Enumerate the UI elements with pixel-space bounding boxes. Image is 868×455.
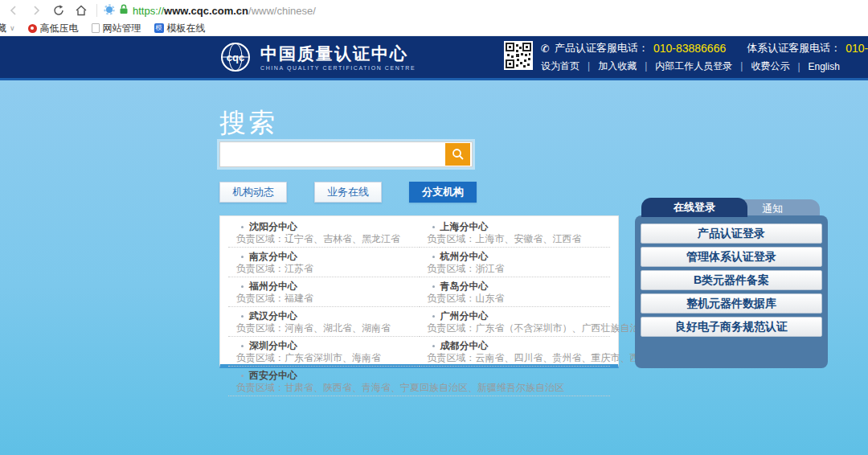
home-icon[interactable] bbox=[72, 3, 90, 18]
branch-name[interactable]: 沈阳分中心 bbox=[228, 221, 420, 232]
product-phone-label: 产品认证客服电话： bbox=[555, 41, 649, 55]
branch-name[interactable]: 上海分中心 bbox=[420, 221, 611, 232]
search-input[interactable] bbox=[220, 142, 445, 166]
branch-name[interactable]: 成都分中心 bbox=[420, 340, 611, 351]
management-system-login-button[interactable]: 管理体系认证登录 bbox=[641, 247, 822, 267]
bookmarks-bar: 收藏 ∨ 高低压电 网站管理 模 模板在线 bbox=[0, 21, 868, 36]
branch-region: 负责区域：河南省、湖北省、湖南省 bbox=[228, 322, 420, 334]
url-domain: www.cqc.com.cn bbox=[164, 5, 248, 17]
bookmark-label: 网站管理 bbox=[103, 22, 141, 35]
branch-column-right: 上海分中心 负责区域：上海市、安徽省、江西省 杭州分中心 负责区域：浙江省 青岛… bbox=[420, 218, 611, 367]
toolbar-divider bbox=[96, 4, 97, 17]
bookmark-site-admin[interactable]: 网站管理 bbox=[92, 22, 141, 35]
search-icon bbox=[452, 148, 465, 161]
branch-region: 负责区域：辽宁省、吉林省、黑龙江省 bbox=[228, 233, 420, 244]
system-phone-number: 010-83886608 bbox=[845, 42, 868, 55]
branch-region: 负责区域：甘肃省、陕西省、青海省、宁夏回族自治区、新疆维吾尔族自治区 bbox=[228, 382, 610, 393]
link-staff-login[interactable]: 内部工作人员登录 bbox=[637, 59, 732, 73]
bookmark-gaodiyadian[interactable]: 高低压电 bbox=[28, 22, 79, 35]
bookmark-label: 模板在线 bbox=[167, 22, 206, 35]
site-extension-icon[interactable] bbox=[104, 4, 115, 18]
branch-region: 负责区域：上海市、安徽省、江西省 bbox=[420, 233, 611, 244]
branch-region: 负责区域：江苏省 bbox=[228, 263, 420, 274]
branch-name[interactable]: 西安分中心 bbox=[228, 370, 610, 381]
branch-region: 负责区域：广东省深圳市、海南省 bbox=[228, 352, 420, 363]
product-phone-number: 010-83886666 bbox=[653, 42, 726, 55]
branch-region: 负责区域：浙江省 bbox=[420, 263, 611, 274]
bookmark-label: 高低压电 bbox=[40, 22, 79, 35]
list-item: 青岛分中心 负责区域：山东省 bbox=[420, 277, 611, 307]
product-cert-login-button[interactable]: 产品认证登录 bbox=[641, 223, 822, 244]
lock-icon bbox=[119, 4, 129, 17]
tab-branch-offices[interactable]: 分支机构 bbox=[409, 182, 477, 203]
refresh-icon[interactable] bbox=[50, 3, 68, 18]
link-english[interactable]: English bbox=[789, 61, 839, 72]
branch-region: 负责区域：云南省、四川省、贵州省、重庆市、西藏自治区 bbox=[420, 352, 611, 363]
address-bar[interactable]: https://www.cqc.com.cn/www/chinese/ bbox=[104, 4, 316, 18]
list-item: 武汉分中心 负责区域：河南省、湖北省、湖南省 bbox=[228, 307, 420, 337]
favorites-menu[interactable]: 收藏 ∨ bbox=[0, 22, 15, 35]
link-add-favorite[interactable]: 加入收藏 bbox=[579, 59, 637, 73]
list-item: 成都分中心 负责区域：云南省、四川省、贵州省、重庆市、西藏自治区 bbox=[420, 337, 611, 367]
machine-components-db-button[interactable]: 整机元器件数据库 bbox=[641, 293, 822, 314]
screen: https://www.cqc.com.cn/www/chinese/ 收藏 ∨… bbox=[0, 0, 868, 455]
list-item: 广州分中心 负责区域：广东省（不含深圳市）、广西壮族自治区 bbox=[420, 307, 611, 337]
header-right-column: ✆ 产品认证客服电话： 010-83886666 体系认证客服电话： 010-8… bbox=[541, 41, 868, 73]
ecommerce-cert-button[interactable]: 良好电子商务规范认证 bbox=[641, 317, 822, 337]
favorites-label: 收藏 bbox=[0, 22, 6, 35]
login-sidebar: 通知 在线登录 产品认证登录 管理体系认证登录 B类元器件备案 整机元器件数据库… bbox=[635, 198, 828, 368]
list-item: 西安分中心 负责区域：甘肃省、陕西省、青海省、宁夏回族自治区、新疆维吾尔族自治区 bbox=[228, 367, 610, 396]
search-title: 搜索 bbox=[219, 105, 277, 141]
login-panel: 产品认证登录 管理体系认证登录 B类元器件备案 整机元器件数据库 良好电子商务规… bbox=[635, 215, 828, 368]
search-box bbox=[219, 141, 473, 167]
url-scheme: https:// bbox=[133, 5, 164, 17]
branch-column-left: 沈阳分中心 负责区域：辽宁省、吉林省、黑龙江省 南京分中心 负责区域：江苏省 福… bbox=[228, 218, 420, 367]
site-name-en: CHINA QUALITY CERTIFICATION CENTRE bbox=[260, 65, 416, 71]
phone-icon: ✆ bbox=[541, 43, 550, 55]
browser-toolbar: https://www.cqc.com.cn/www/chinese/ bbox=[0, 0, 868, 21]
branch-name[interactable]: 杭州分中心 bbox=[420, 251, 611, 262]
list-item: 杭州分中心 负责区域：浙江省 bbox=[420, 248, 611, 277]
link-fee-notice[interactable]: 收费公示 bbox=[732, 59, 789, 73]
branch-name[interactable]: 广州分中心 bbox=[420, 310, 611, 322]
svg-text:cqc: cqc bbox=[227, 51, 244, 64]
branch-panel: 沈阳分中心 负责区域：辽宁省、吉林省、黑龙江省 南京分中心 负责区域：江苏省 福… bbox=[219, 215, 619, 368]
branch-name[interactable]: 青岛分中心 bbox=[420, 281, 611, 292]
cqc-logo[interactable]: cqc 中国质量认证中心 CHINA QUALITY CERTIFICATION… bbox=[219, 41, 416, 73]
system-phone-label: 体系认证客服电话： bbox=[747, 41, 841, 55]
qr-code bbox=[504, 41, 533, 70]
url-text: https://www.cqc.com.cn/www/chinese/ bbox=[133, 5, 316, 17]
list-item: 深圳分中心 负责区域：广东省深圳市、海南省 bbox=[228, 337, 420, 367]
forward-icon[interactable] bbox=[27, 3, 45, 18]
branch-name[interactable]: 深圳分中心 bbox=[228, 340, 420, 351]
url-path: /www/chinese/ bbox=[248, 5, 316, 17]
list-item: 南京分中心 负责区域：江苏省 bbox=[228, 248, 420, 277]
chevron-down-icon: ∨ bbox=[10, 24, 15, 32]
list-item: 福州分中心 负责区域：福建省 bbox=[228, 277, 420, 307]
branch-region: 负责区域：福建省 bbox=[228, 293, 420, 304]
page-icon bbox=[92, 23, 100, 33]
tab-online-business[interactable]: 业务在线 bbox=[314, 182, 382, 203]
branch-name[interactable]: 福州分中心 bbox=[228, 281, 420, 292]
search-button[interactable] bbox=[445, 143, 470, 166]
service-phones: ✆ 产品认证客服电话： 010-83886666 体系认证客服电话： 010-8… bbox=[541, 41, 868, 55]
branch-region: 负责区域：山东省 bbox=[420, 293, 611, 304]
back-icon[interactable] bbox=[5, 3, 23, 18]
template-icon: 模 bbox=[154, 23, 164, 33]
branch-name[interactable]: 南京分中心 bbox=[228, 251, 420, 262]
list-item: 沈阳分中心 负责区域：辽宁省、吉林省、黑龙江省 bbox=[228, 218, 420, 248]
link-set-homepage[interactable]: 设为首页 bbox=[541, 59, 579, 73]
branch-region: 负责区域：广东省（不含深圳市）、广西壮族自治区 bbox=[420, 322, 611, 334]
list-item: 上海分中心 负责区域：上海市、安徽省、江西省 bbox=[420, 218, 611, 248]
header-right: ✆ 产品认证客服电话： 010-83886666 体系认证客服电话： 010-8… bbox=[504, 41, 868, 73]
disc-icon bbox=[28, 24, 37, 33]
class-b-components-button[interactable]: B类元器件备案 bbox=[641, 270, 822, 290]
branch-name[interactable]: 武汉分中心 bbox=[228, 310, 420, 322]
tab-agency-news[interactable]: 机构动态 bbox=[219, 182, 287, 203]
tab-online-login[interactable]: 在线登录 bbox=[641, 198, 747, 217]
cqc-globe-icon: cqc bbox=[219, 41, 252, 73]
site-name-cn: 中国质量认证中心 bbox=[260, 44, 416, 64]
site-header: cqc 中国质量认证中心 CHINA QUALITY CERTIFICATION… bbox=[0, 36, 868, 78]
bookmark-template-online[interactable]: 模 模板在线 bbox=[154, 22, 206, 35]
header-links: 设为首页 加入收藏 内部工作人员登录 收费公示 English bbox=[541, 59, 868, 73]
